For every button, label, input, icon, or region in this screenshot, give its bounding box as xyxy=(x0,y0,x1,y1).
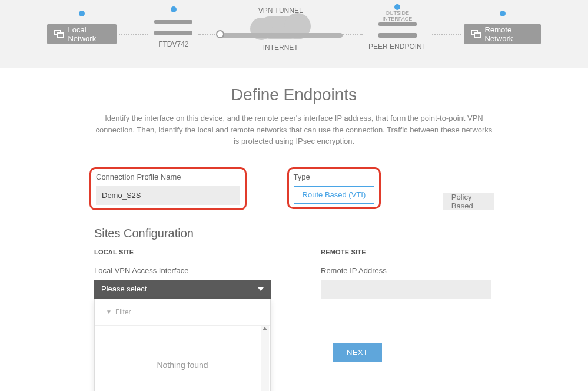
remote-site-label: REMOTE SITE xyxy=(321,248,491,256)
dropdown-filter-input[interactable]: ▼ Filter xyxy=(101,304,264,320)
tunnel-bar xyxy=(219,33,343,38)
local-iface-label: Local VPN Access Interface xyxy=(94,266,271,275)
select-placeholder: Please select xyxy=(101,284,147,293)
filter-icon: ▼ xyxy=(106,309,112,315)
profile-name-input[interactable] xyxy=(96,186,240,205)
dropdown-empty-text: Nothing found xyxy=(157,360,208,370)
page-title: Define Endpoints xyxy=(94,85,494,104)
type-route-based-button[interactable]: Route Based (VTI) xyxy=(294,186,375,204)
type-policy-based-button[interactable]: Policy Based xyxy=(443,193,494,210)
profile-name-label: Connection Profile Name xyxy=(96,173,240,181)
connector-line xyxy=(432,34,461,35)
internet-label: INTERNET xyxy=(263,44,298,52)
local-iface-dropdown: ▼ Filter Nothing found Create new Virtua… xyxy=(94,299,271,392)
ftd-device: FTDV742 xyxy=(154,20,192,48)
status-dot xyxy=(79,11,85,16)
remote-network-box: Remote Network xyxy=(464,24,541,44)
remote-ip-input[interactable] xyxy=(321,280,491,299)
remote-network-label: Remote Network xyxy=(485,25,534,43)
profile-name-highlight: Connection Profile Name xyxy=(89,167,247,210)
network-icon xyxy=(471,30,480,38)
chevron-down-icon xyxy=(258,287,264,291)
peer-device: OUTSIDE INTERFACE PEER ENDPOINT xyxy=(368,18,426,51)
connector-line xyxy=(341,34,363,35)
local-site-label: LOCAL SITE xyxy=(94,248,271,256)
status-dot xyxy=(500,11,506,16)
type-label: Type xyxy=(294,173,375,181)
ftd-label: FTDV742 xyxy=(158,40,188,48)
local-iface-select[interactable]: Please select xyxy=(94,280,271,299)
type-highlight: Type Route Based (VTI) xyxy=(287,167,381,209)
sites-config-heading: Sites Configuration xyxy=(94,227,494,240)
page-subtitle: Identify the interface on this device, a… xyxy=(94,112,494,147)
topology-diagram: Local Network FTDV742 VPN TUNNEL INTERNE… xyxy=(0,0,588,68)
filter-placeholder: Filter xyxy=(115,308,131,316)
status-dot xyxy=(171,6,177,12)
connector-line xyxy=(119,34,148,35)
next-button[interactable]: NEXT xyxy=(333,343,382,362)
scrollbar[interactable] xyxy=(261,326,269,392)
network-icon xyxy=(54,30,63,38)
local-network-box: Local Network xyxy=(47,24,117,44)
remote-ip-label: Remote IP Address xyxy=(321,266,491,275)
status-dot xyxy=(394,4,400,10)
peer-endpoint-label: PEER ENDPOINT xyxy=(368,42,426,51)
vpn-tunnel-block: VPN TUNNEL INTERNET xyxy=(227,16,334,52)
local-network-label: Local Network xyxy=(68,25,109,43)
